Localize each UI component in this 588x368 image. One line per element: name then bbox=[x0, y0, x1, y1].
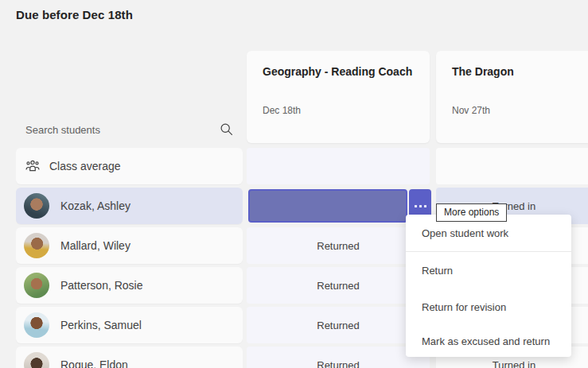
student-name: Kozak, Ashley bbox=[60, 199, 130, 212]
menu-item-return[interactable]: Return bbox=[406, 252, 571, 289]
search-input[interactable] bbox=[16, 116, 243, 143]
assignment-title: Geography - Reading Coach bbox=[263, 65, 412, 78]
avatar bbox=[24, 273, 49, 298]
student-name: Patterson, Rosie bbox=[60, 279, 143, 292]
grade-cell[interactable]: Returned bbox=[247, 347, 430, 368]
class-average-row-header[interactable]: Class average bbox=[16, 148, 243, 184]
student-name: Rogue, Eldon bbox=[60, 358, 128, 368]
avatar bbox=[24, 193, 49, 219]
menu-item-return-for-revision[interactable]: Return for revision bbox=[406, 289, 571, 325]
page-title: Due before Dec 18th bbox=[16, 8, 133, 21]
assignment-header-the-dragon[interactable]: The Dragon Nov 27th bbox=[436, 51, 588, 143]
grade-cell[interactable]: Returned bbox=[247, 307, 430, 343]
grade-cell-selected-wrap bbox=[247, 188, 430, 224]
grade-cell[interactable]: Returned bbox=[247, 267, 430, 304]
avatar bbox=[24, 312, 49, 338]
menu-item-mark-as-excused-and-return[interactable]: Mark as excused and return bbox=[406, 325, 571, 357]
table-row-class-average: Class average bbox=[0, 148, 588, 184]
assignment-header-geography[interactable]: Geography - Reading Coach Dec 18th bbox=[247, 51, 430, 143]
context-menu: Open student work Return Return for revi… bbox=[406, 215, 571, 357]
search-icon bbox=[220, 122, 233, 136]
student-row-header[interactable]: Patterson, Rosie bbox=[16, 267, 243, 304]
grade-cell[interactable] bbox=[247, 148, 430, 184]
student-name: Mallard, Wiley bbox=[60, 239, 130, 252]
assignment-due-date: Nov 27th bbox=[452, 105, 490, 116]
student-row-header[interactable]: Perkins, Samuel bbox=[16, 307, 243, 343]
search-students bbox=[16, 116, 243, 143]
assignment-due-date: Dec 18th bbox=[263, 105, 301, 116]
student-row-header[interactable]: Mallard, Wiley bbox=[16, 227, 243, 264]
assignment-title: The Dragon bbox=[452, 65, 514, 78]
more-options-icon bbox=[415, 205, 426, 207]
avatar bbox=[24, 352, 49, 368]
student-name: Perkins, Samuel bbox=[60, 319, 142, 331]
row-label: Class average bbox=[49, 160, 121, 172]
more-options-tooltip: More options bbox=[436, 203, 507, 222]
student-row-header[interactable]: Kozak, Ashley bbox=[16, 188, 243, 224]
grade-cell[interactable]: Returned bbox=[247, 227, 430, 264]
selected-grade-cell[interactable] bbox=[248, 189, 407, 223]
avatar bbox=[24, 233, 49, 258]
grade-cell[interactable] bbox=[436, 148, 588, 184]
grades-grid-page: Due before Dec 18th Geography - Reading … bbox=[0, 0, 588, 368]
people-community-icon bbox=[25, 160, 40, 172]
student-row-header[interactable]: Rogue, Eldon bbox=[16, 347, 243, 368]
